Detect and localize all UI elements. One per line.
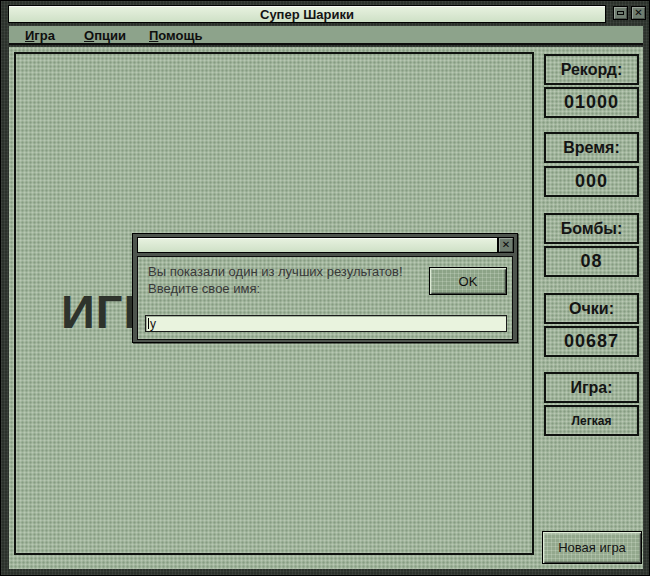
menu-options-hotkey: О (84, 28, 94, 43)
menubar: Игра Опции Помощь (9, 26, 643, 45)
ok-button-label: OK (459, 274, 478, 289)
menu-item-help[interactable]: Помощь (146, 27, 205, 44)
minimize-icon (617, 11, 624, 15)
titlebar: Супер Шарики ✕ (1, 1, 649, 26)
close-icon: ✕ (634, 8, 642, 18)
ok-button[interactable]: OK (429, 267, 507, 295)
name-input[interactable]: y (145, 315, 507, 332)
text-caret (148, 318, 149, 329)
dialog-close-icon: ✕ (502, 240, 510, 250)
dialog-message-line2: Введите свое имя: (148, 281, 260, 296)
record-value: 01000 (544, 87, 639, 118)
menu-item-game[interactable]: Игра (22, 27, 58, 44)
time-value: 000 (544, 166, 639, 197)
title-strip[interactable]: Супер Шарики (8, 5, 606, 23)
bombs-value: 08 (544, 246, 639, 277)
close-button[interactable]: ✕ (631, 6, 646, 20)
highscore-dialog: ✕ Вы показали один из лучших результатов… (132, 233, 518, 343)
minimize-button[interactable] (613, 6, 628, 20)
difficulty-value: Легкая (544, 405, 639, 436)
name-input-value: y (150, 317, 156, 331)
dialog-close-button[interactable]: ✕ (498, 237, 514, 253)
score-value: 00687 (544, 326, 639, 357)
difficulty-label: Игра: (544, 372, 639, 403)
new-game-button-label: Новая игра (558, 540, 626, 555)
menu-help-hotkey: П (149, 28, 158, 43)
content-area: ИГР Рекорд: 01000 Время: 000 Бомбы: 08 О… (9, 47, 643, 569)
bombs-label: Бомбы: (544, 213, 639, 244)
dialog-titlebar[interactable] (137, 237, 498, 253)
menu-game-hotkey: И (25, 28, 34, 43)
dialog-message-line1: Вы показали один из лучших результатов! (148, 264, 403, 279)
new-game-button[interactable]: Новая игра (542, 531, 642, 564)
record-label: Рекорд: (544, 54, 639, 85)
dialog-body: Вы показали один из лучших результатов! … (137, 256, 513, 340)
score-label: Очки: (544, 293, 639, 324)
time-label: Время: (544, 132, 639, 163)
menu-help-label: омощь (158, 28, 202, 43)
menu-options-label: пции (94, 28, 126, 43)
menu-game-label: гра (34, 28, 55, 43)
window-title: Супер Шарики (260, 7, 354, 22)
app-window: Супер Шарики ✕ Игра Опции Помощь ИГР Рек… (0, 0, 650, 576)
menu-item-options[interactable]: Опции (81, 27, 129, 44)
